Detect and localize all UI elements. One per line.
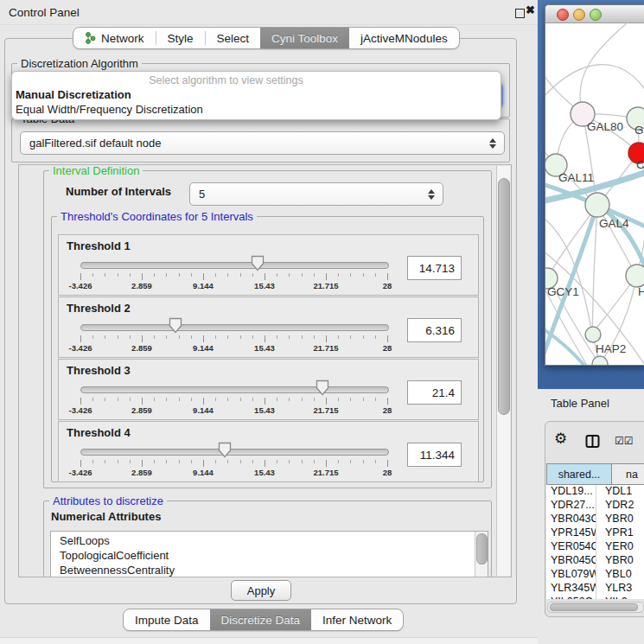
list-scrollbar-thumb[interactable]	[476, 533, 488, 564]
slider-tick	[326, 460, 327, 467]
network-node-h[interactable]	[626, 265, 644, 287]
slider-tick	[92, 398, 93, 401]
apply-button[interactable]: Apply	[231, 580, 291, 601]
slider-thumb[interactable]	[316, 379, 329, 396]
threshold-label: Threshold 2	[67, 302, 131, 315]
slider-tick	[375, 460, 376, 463]
slider-track[interactable]	[80, 262, 389, 269]
table-scrollbar-thumb[interactable]	[550, 603, 638, 611]
network-node-hap2[interactable]	[585, 327, 601, 342]
slider-thumb[interactable]	[169, 317, 182, 334]
slider-tick	[80, 398, 81, 405]
minimize-traffic-light-icon[interactable]	[573, 9, 585, 21]
slider-thumb[interactable]	[251, 255, 265, 271]
tab-jactivemnodules[interactable]: jActiveMNodules	[349, 28, 459, 48]
tab-style[interactable]: Style	[156, 28, 205, 48]
tab-impute-data[interactable]: Impute Data	[124, 609, 210, 630]
number-of-intervals-spinner[interactable]: 5	[189, 182, 443, 206]
column-header-name[interactable]: na	[612, 463, 644, 485]
tab-infer-network[interactable]: Infer Network	[311, 609, 403, 630]
table-row[interactable]: YBL079WYBL0	[546, 568, 644, 582]
table-row[interactable]: YLR345WYLR3	[546, 582, 644, 596]
network-window-titlebar[interactable]	[545, 5, 644, 23]
algorithm-option-manual[interactable]: Manual Discretization	[15, 88, 498, 102]
slider-tick	[130, 398, 131, 401]
threshold-value-field[interactable]: 14.713	[407, 256, 462, 280]
zoom-traffic-light-icon[interactable]	[590, 9, 602, 21]
table-header: shared... na	[546, 463, 644, 485]
slider-tick	[387, 398, 388, 405]
table-row[interactable]: YER054CYER0	[546, 540, 644, 554]
attributes-group-title: Attributes to discretize	[49, 494, 167, 507]
slider-tick	[154, 460, 155, 463]
slider-tick	[277, 460, 277, 463]
number-of-intervals-label: Number of Intervals	[66, 185, 171, 198]
threshold-value-field[interactable]: 6.316	[407, 318, 462, 342]
table-data-combobox[interactable]: galFiltered.sif default node	[20, 131, 505, 155]
slider-track[interactable]	[80, 324, 389, 331]
network-node[interactable]	[592, 356, 608, 365]
close-icon[interactable]: ✖	[526, 3, 535, 16]
checkbox-pair-icon[interactable]: ☑☑	[615, 435, 634, 447]
network-canvas[interactable]: GAL80GCGAL11GAL4GCY1HHAP2	[545, 22, 644, 365]
panel-title: Control Panel	[9, 6, 80, 19]
table-row[interactable]: YBR043CYBR0	[546, 513, 644, 526]
slider-tick	[227, 398, 228, 401]
slider-tick	[215, 398, 216, 401]
table-row[interactable]: YPR145WYPR1	[546, 526, 644, 540]
table-row[interactable]: YIL052CYIL0	[546, 596, 644, 599]
threshold-value-field[interactable]: 11.344	[407, 443, 462, 467]
float-window-icon[interactable]	[515, 9, 525, 18]
settings-scrollbar[interactable]	[496, 166, 510, 576]
table-row[interactable]: YDR27...YDR2	[546, 499, 644, 513]
column-header-shared-name[interactable]: shared...	[546, 463, 612, 485]
list-scrollbar[interactable]	[475, 532, 488, 577]
tab-label: Cyni Toolbox	[271, 32, 338, 45]
slider-tick	[227, 273, 228, 277]
cell-name: YIL0	[596, 596, 644, 599]
bottom-tab-bar: Impute DataDiscretize DataInfer Network	[123, 609, 404, 631]
slider-tick	[105, 460, 105, 463]
table-horizontal-scrollbar[interactable]	[547, 602, 644, 613]
table-row[interactable]: YDL19...YDL1	[546, 485, 644, 499]
combobox-stepper-icon[interactable]	[489, 138, 496, 149]
attribute-list-item[interactable]: TopologicalCoefficient	[51, 548, 475, 563]
algorithm-option-equal-width[interactable]: Equal Width/Frequency Discretization	[15, 103, 498, 117]
slider-track[interactable]	[80, 449, 389, 456]
slider-tick	[326, 273, 327, 280]
tab-cyni-toolbox[interactable]: Cyni Toolbox	[260, 28, 349, 48]
threshold-value-field[interactable]: 21.4	[407, 380, 462, 405]
slider-tick	[166, 398, 167, 401]
settings-scrollbar-thumb[interactable]	[498, 178, 510, 415]
slider-tick	[166, 460, 167, 463]
tick-label: 9.144	[193, 405, 214, 415]
close-traffic-light-icon[interactable]	[557, 9, 569, 21]
cell-shared-name: YBL079W	[546, 568, 596, 582]
slider-tick	[154, 335, 155, 339]
tab-discretize-data[interactable]: Discretize Data	[210, 609, 312, 630]
cell-shared-name: YIL052C	[546, 596, 596, 599]
tick-label: 9.144	[193, 281, 214, 290]
table-row[interactable]: YBR045CYBR0	[546, 554, 644, 568]
slider-tick	[265, 460, 265, 467]
cell-name: YLR3	[596, 582, 644, 596]
slider-tick	[252, 273, 253, 277]
spinner-stepper-icon[interactable]	[428, 189, 435, 200]
tick-label: 15.43	[254, 281, 275, 290]
network-node-label: C	[636, 158, 644, 171]
network-node-gal4[interactable]	[585, 193, 609, 217]
cell-shared-name: YBR043C	[546, 513, 596, 526]
cell-shared-name: YLR345W	[546, 582, 596, 596]
slider-track[interactable]	[80, 386, 389, 393]
attribute-list-item[interactable]: SelfLoops	[51, 533, 475, 548]
slider-thumb[interactable]	[218, 442, 232, 458]
slider-tick	[118, 273, 118, 277]
tab-select[interactable]: Select	[206, 28, 261, 48]
attribute-list-item[interactable]: BetweennessCentrality	[51, 563, 475, 577]
gear-icon[interactable]: ⚙	[554, 431, 567, 446]
slider-tick	[277, 273, 277, 277]
columns-icon[interactable]	[585, 434, 600, 452]
tab-network[interactable]: Network	[73, 28, 156, 48]
slider-tick	[277, 335, 277, 339]
slider-tick	[302, 273, 303, 277]
